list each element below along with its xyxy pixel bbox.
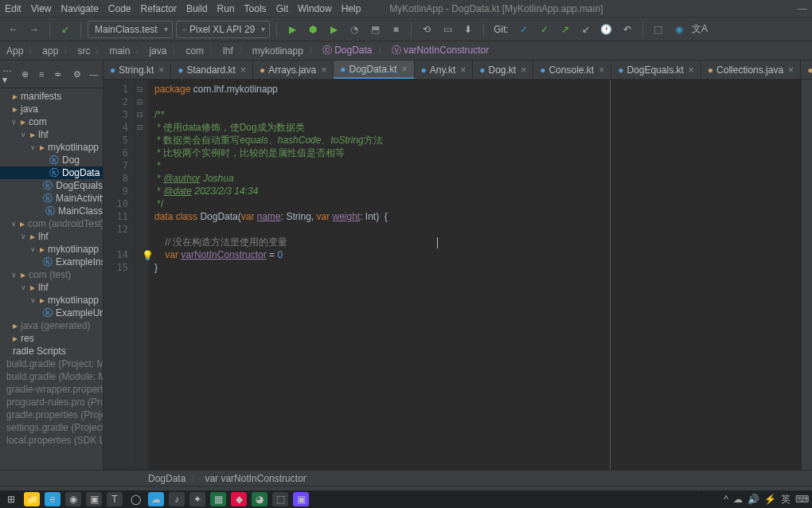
tree-node-java[interactable]: ▸ java bbox=[0, 103, 103, 115]
tree-node-build-gradle-project-myko[interactable]: build.gradle (Project: MyKo bbox=[0, 358, 103, 370]
tree-node-mykotlinapp[interactable]: ∨▸ mykotlinapp bbox=[0, 243, 103, 256]
tree-node-manifests[interactable]: ▸ manifests bbox=[0, 90, 103, 103]
tray-net-icon[interactable]: ☁ bbox=[733, 494, 743, 505]
tab-collections-java[interactable]: ●Collections.java× bbox=[701, 61, 801, 79]
menu-git[interactable]: Git bbox=[276, 3, 288, 14]
crumb-pkg[interactable]: mykotlinapp bbox=[251, 45, 305, 57]
tray-batt-icon[interactable]: ⚡ bbox=[764, 494, 776, 505]
translate-icon[interactable]: 文A bbox=[691, 21, 709, 38]
menu-navigate[interactable]: Navigate bbox=[61, 3, 98, 14]
profile-icon[interactable]: ◔ bbox=[345, 21, 363, 38]
tree-node-gradle-wrapper-properties-[interactable]: gradle-wrapper.properties ( bbox=[0, 383, 103, 396]
run-icon[interactable]: ▶ bbox=[283, 21, 301, 38]
crumb-java[interactable]: java bbox=[147, 45, 168, 57]
help-icon[interactable]: ◉ bbox=[670, 21, 688, 38]
tray-ime2-icon[interactable]: ⌨ bbox=[795, 494, 809, 505]
tray-up-icon[interactable]: ^ bbox=[724, 494, 728, 505]
tree-node-settings-gradle-project-sett[interactable]: settings.gradle (Project Sett bbox=[0, 421, 103, 434]
code-editor[interactable]: package com.lhf.mykotlinapp /** * 使用data… bbox=[148, 80, 610, 470]
crumb-main[interactable]: main bbox=[107, 45, 131, 57]
tree-node-exampleunitte[interactable]: ⓚ ExampleUnitTe bbox=[0, 307, 103, 319]
attach-icon[interactable]: ⬒ bbox=[366, 21, 384, 38]
menu-help[interactable]: Help bbox=[342, 3, 361, 14]
window-minimize-icon[interactable]: — bbox=[798, 3, 807, 14]
tab-any-kt[interactable]: ●Any.kt× bbox=[415, 61, 474, 79]
tree-node-build-gradle-module-myko[interactable]: build.gradle (Module: MyKo bbox=[0, 370, 103, 383]
taskbar-app1-icon[interactable]: ◉ bbox=[65, 492, 81, 506]
tree-node-exampleinstrum[interactable]: ⓚ ExampleInstrum bbox=[0, 256, 103, 268]
expand-icon[interactable]: ≡ bbox=[35, 67, 49, 81]
tab-close-icon[interactable]: × bbox=[158, 64, 164, 76]
git-commit-icon[interactable]: ✓ bbox=[536, 21, 553, 38]
taskbar-app7-icon[interactable]: ▦ bbox=[210, 492, 226, 506]
sync-icon[interactable]: ↙ bbox=[57, 21, 74, 38]
taskbar-app10-icon[interactable]: ▣ bbox=[293, 492, 309, 506]
stop-icon[interactable]: ■ bbox=[387, 21, 404, 38]
menu-view[interactable]: View bbox=[31, 3, 52, 14]
project-tree[interactable]: ▸ manifests▸ java∨▸ com∨▸ lhf∨▸ mykotlin… bbox=[0, 88, 103, 448]
forward-icon[interactable]: → bbox=[25, 21, 43, 38]
tree-node-com[interactable]: ∨▸ com bbox=[0, 115, 103, 128]
debug-icon[interactable]: ⬢ bbox=[304, 21, 322, 38]
taskbar-app9-icon[interactable]: ⬚ bbox=[272, 492, 288, 506]
tree-node-com-test-[interactable]: ∨▸ com (test) bbox=[0, 268, 103, 281]
coverage-icon[interactable]: ▶ bbox=[325, 21, 342, 38]
tree-node-dogequals[interactable]: ⓚ DogEquals bbox=[0, 179, 103, 192]
start-icon[interactable]: ⊞ bbox=[3, 492, 19, 506]
tree-node-com-androidtest-[interactable]: ∨▸ com (androidTest) bbox=[0, 217, 103, 230]
tab-close-icon[interactable]: × bbox=[599, 64, 604, 76]
tab-close-icon[interactable]: × bbox=[321, 64, 326, 76]
crumb-member[interactable]: ⓥ varNotInConstructor bbox=[390, 44, 491, 57]
menu-edit[interactable]: Edit bbox=[5, 3, 21, 14]
tab-close-icon[interactable]: × bbox=[689, 64, 694, 76]
taskbar-app5-icon[interactable]: ♪ bbox=[169, 492, 185, 506]
git-history-icon[interactable]: 🕐 bbox=[598, 21, 615, 38]
sync-gradle-icon[interactable]: ⟲ bbox=[418, 21, 435, 38]
crumb-app[interactable]: App bbox=[5, 45, 25, 57]
tab-dogdata-kt[interactable]: ●DogData.kt× bbox=[334, 61, 414, 79]
tree-node-local-properties-sdk-locati[interactable]: local.properties (SDK Locati bbox=[0, 434, 103, 447]
tray-ime-icon[interactable]: 英 bbox=[781, 493, 791, 506]
tab-standard-kt[interactable]: ●Standard.kt× bbox=[171, 61, 253, 79]
tree-node-lhf[interactable]: ∨▸ lhf bbox=[0, 128, 103, 141]
tab-close-icon[interactable]: × bbox=[460, 64, 466, 76]
crumb-app2[interactable]: app bbox=[41, 45, 60, 57]
crumb-lhf[interactable]: lhf bbox=[221, 45, 235, 57]
tree-node-lhf[interactable]: ∨▸ lhf bbox=[0, 230, 103, 243]
project-view-dropdown[interactable]: …▾ bbox=[2, 63, 16, 85]
settings-icon[interactable]: ⬚ bbox=[650, 21, 667, 38]
tab-close-icon[interactable]: × bbox=[240, 64, 246, 76]
tab-close-icon[interactable]: × bbox=[402, 64, 408, 75]
bc-class[interactable]: DogData bbox=[148, 473, 185, 484]
menu-build[interactable]: Build bbox=[186, 3, 208, 14]
tab-dogequals-kt[interactable]: ●DogEquals.kt× bbox=[611, 61, 701, 79]
crumb-src[interactable]: src bbox=[76, 45, 92, 57]
fold-gutter[interactable]: ⊟ ⊟ ⊟ ⊟ bbox=[135, 80, 148, 470]
taskbar-app8-icon[interactable]: ◆ bbox=[231, 492, 247, 506]
tree-node-java-generated-[interactable]: ▸ java (generated) bbox=[0, 319, 103, 332]
menu-tools[interactable]: Tools bbox=[244, 3, 267, 14]
bc-member[interactable]: var varNotInConstructor bbox=[205, 473, 306, 484]
back-icon[interactable]: ← bbox=[5, 21, 22, 38]
tab-arrays-java[interactable]: ●Arrays.java× bbox=[253, 61, 334, 79]
git-pull-icon[interactable]: ↙ bbox=[577, 21, 595, 38]
tab-close-icon[interactable]: × bbox=[521, 64, 526, 76]
taskbar-app2-icon[interactable]: ▣ bbox=[86, 492, 102, 506]
tree-node-mainactivity[interactable]: ⓚ MainActivity bbox=[0, 192, 103, 205]
taskbar-wechat-icon[interactable]: ◕ bbox=[252, 492, 267, 506]
tab-console-kt[interactable]: ●Console.kt× bbox=[533, 61, 611, 79]
collapse-icon[interactable]: ≑ bbox=[52, 67, 65, 81]
taskbar-chrome-icon[interactable]: ◯ bbox=[127, 492, 143, 506]
sdk-icon[interactable]: ⬇ bbox=[459, 21, 477, 38]
tree-node-lhf[interactable]: ∨▸ lhf bbox=[0, 281, 103, 294]
tab-dog-kt[interactable]: ●Dog.kt× bbox=[473, 61, 533, 79]
select-opened-icon[interactable]: ⊕ bbox=[19, 67, 33, 81]
tree-node-proguard-rules-pro-progua[interactable]: proguard-rules.pro (ProGua bbox=[0, 396, 103, 408]
menu-run[interactable]: Run bbox=[217, 3, 235, 14]
menu-code[interactable]: Code bbox=[108, 3, 131, 14]
device-dropdown[interactable]: ▫Pixel XL API 29 bbox=[176, 21, 271, 38]
tree-node-mainclass[interactable]: ⓚ MainClass bbox=[0, 205, 103, 217]
taskbar-app4-icon[interactable]: ☁ bbox=[148, 492, 164, 506]
taskbar-app3-icon[interactable]: T bbox=[107, 492, 123, 506]
taskbar-explorer-icon[interactable]: 📁 bbox=[24, 492, 40, 506]
